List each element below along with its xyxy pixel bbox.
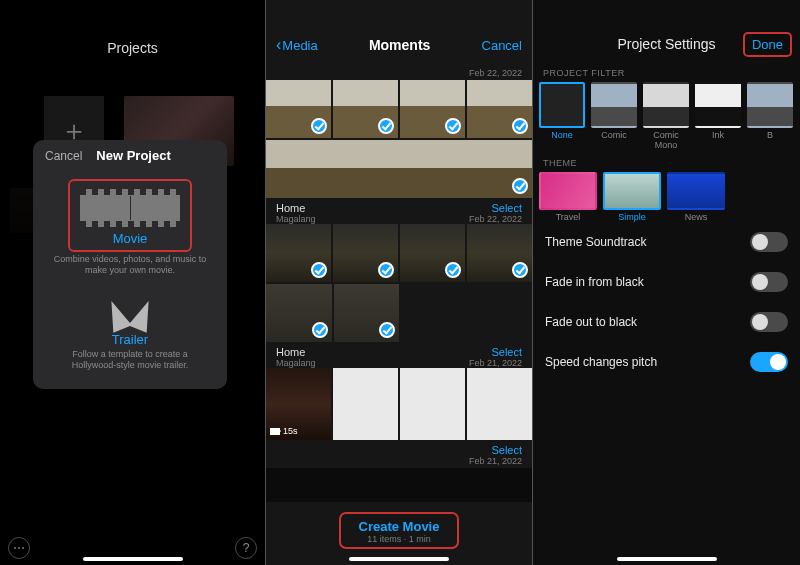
media-thumb[interactable] xyxy=(334,284,400,342)
theme-header: THEME xyxy=(533,150,800,172)
section-name: Home xyxy=(276,346,316,358)
back-button[interactable]: ‹ Media xyxy=(276,36,318,54)
section-sub: Magalang xyxy=(276,214,316,224)
filter-comic[interactable]: Comic xyxy=(591,82,637,150)
home-indicator[interactable] xyxy=(349,557,449,561)
media-row-dark xyxy=(266,468,532,502)
new-project-modal: Cancel New Project Movie Combine videos,… xyxy=(33,140,227,389)
theme-strip[interactable]: Travel Simple News xyxy=(533,172,800,222)
option-trailer[interactable]: Trailer Follow a template to create a Ho… xyxy=(33,280,227,375)
trailer-desc: Follow a template to create a Hollywood-… xyxy=(49,349,211,371)
check-icon xyxy=(379,322,395,338)
media-row: 15s xyxy=(266,368,532,442)
pane-project-settings: Project Settings Done PROJECT FILTER Non… xyxy=(533,0,800,565)
media-row xyxy=(266,80,532,140)
section-select[interactable]: Select xyxy=(469,202,522,214)
row-label: Fade out to black xyxy=(545,315,637,329)
section-select[interactable]: Select xyxy=(469,444,522,456)
filter-strip[interactable]: None Comic Comic Mono Ink B xyxy=(533,82,800,150)
media-thumb[interactable] xyxy=(400,368,465,440)
option-movie[interactable]: Movie Combine videos, photos, and music … xyxy=(33,169,227,280)
theme-simple[interactable]: Simple xyxy=(603,172,661,222)
section-date: Feb 22, 2022 xyxy=(469,214,522,224)
section-name: Home xyxy=(276,202,316,214)
help-button[interactable]: ? xyxy=(235,537,257,559)
filter-header: PROJECT FILTER xyxy=(533,60,800,82)
modal-cancel-button[interactable]: Cancel xyxy=(45,149,82,163)
trailer-icon xyxy=(105,296,155,330)
done-button[interactable]: Done xyxy=(743,32,792,57)
toggle-soundtrack[interactable] xyxy=(750,232,788,252)
back-label: Media xyxy=(282,38,317,53)
media-thumb[interactable] xyxy=(400,224,465,282)
create-movie-label: Create Movie xyxy=(359,519,440,534)
filter-more[interactable]: B xyxy=(747,82,793,150)
media-thumb[interactable] xyxy=(467,224,532,282)
video-badge: 15s xyxy=(270,426,298,436)
filter-none[interactable]: None xyxy=(539,82,585,150)
media-thumb[interactable]: 15s xyxy=(266,368,331,440)
media-thumb[interactable] xyxy=(333,224,398,282)
movie-desc: Combine videos, photos, and music to mak… xyxy=(49,254,211,276)
top-date: Feb 22, 2022 xyxy=(469,68,522,78)
question-icon: ? xyxy=(243,541,250,555)
row-fade-out: Fade out to black xyxy=(533,302,800,342)
check-icon xyxy=(311,262,327,278)
movie-label: Movie xyxy=(76,231,184,246)
media-thumb[interactable] xyxy=(467,80,532,138)
media-row xyxy=(266,140,532,200)
toggle-fade-in[interactable] xyxy=(750,272,788,292)
check-icon xyxy=(512,262,528,278)
row-label: Speed changes pitch xyxy=(545,355,657,369)
media-thumb[interactable] xyxy=(266,284,332,342)
section-date: Feb 21, 2022 xyxy=(469,456,522,466)
check-icon xyxy=(378,118,394,134)
more-button[interactable]: ⋯ xyxy=(8,537,30,559)
projects-title: Projects xyxy=(0,0,265,56)
home-indicator[interactable] xyxy=(83,557,183,561)
check-icon xyxy=(445,262,461,278)
theme-travel[interactable]: Travel xyxy=(539,172,597,222)
toggle-fade-out[interactable] xyxy=(750,312,788,332)
chevron-left-icon: ‹ xyxy=(276,36,281,54)
movie-icon xyxy=(80,189,180,227)
check-icon xyxy=(512,178,528,194)
media-thumb[interactable] xyxy=(266,140,532,198)
theme-news[interactable]: News xyxy=(667,172,725,222)
media-thumb[interactable] xyxy=(400,80,465,138)
moments-title: Moments xyxy=(369,37,430,53)
toggle-speed-pitch[interactable] xyxy=(750,352,788,372)
settings-title: Project Settings xyxy=(617,36,715,52)
create-movie-button[interactable]: Create Movie 11 items · 1 min xyxy=(339,512,460,549)
section-date: Feb 21, 2022 xyxy=(469,358,522,368)
pane-moments: ‹ Media Moments Cancel Feb 22, 2022 Home… xyxy=(266,0,533,565)
row-label: Fade in from black xyxy=(545,275,644,289)
media-thumb[interactable] xyxy=(266,80,331,138)
trailer-label: Trailer xyxy=(49,332,211,347)
check-icon xyxy=(378,262,394,278)
media-thumb[interactable] xyxy=(333,80,398,138)
media-row xyxy=(266,224,532,284)
home-indicator[interactable] xyxy=(617,557,717,561)
media-thumb[interactable] xyxy=(467,368,532,440)
pane-new-project: Projects ＋ Cancel New Project Movie Comb… xyxy=(0,0,266,565)
filter-ink[interactable]: Ink xyxy=(695,82,741,150)
filter-comic-mono[interactable]: Comic Mono xyxy=(643,82,689,150)
ellipsis-icon: ⋯ xyxy=(13,541,25,555)
check-icon xyxy=(312,322,328,338)
create-movie-sub: 11 items · 1 min xyxy=(359,534,440,544)
media-thumb[interactable] xyxy=(266,224,331,282)
cancel-button[interactable]: Cancel xyxy=(482,38,522,53)
clip-duration: 15s xyxy=(283,426,298,436)
row-fade-in: Fade in from black xyxy=(533,262,800,302)
row-label: Theme Soundtrack xyxy=(545,235,646,249)
check-icon xyxy=(512,118,528,134)
media-thumb[interactable] xyxy=(333,368,398,440)
section-select[interactable]: Select xyxy=(469,346,522,358)
row-speed-pitch: Speed changes pitch xyxy=(533,342,800,382)
media-row xyxy=(266,284,532,344)
section-sub: Magalang xyxy=(276,358,316,368)
movie-highlight-box: Movie xyxy=(68,179,192,252)
video-icon xyxy=(270,428,280,435)
modal-title: New Project xyxy=(96,148,170,163)
